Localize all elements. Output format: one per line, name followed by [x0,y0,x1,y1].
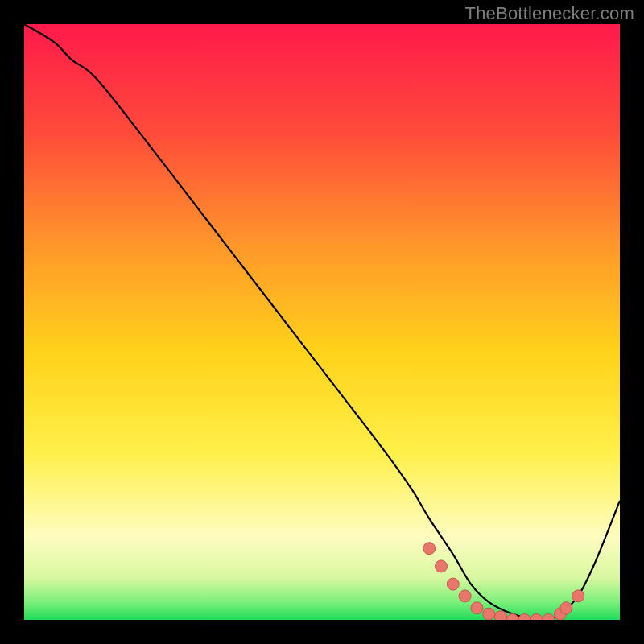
highlight-dot [471,602,483,614]
highlight-dot [560,602,572,614]
plot-area [24,24,620,620]
highlight-dot [572,590,584,602]
highlight-dot [483,608,495,620]
highlight-dot [459,590,471,602]
highlight-dot [447,578,459,590]
highlight-dot [423,543,436,555]
attribution-text: TheBottlenecker.com [465,3,634,24]
highlight-dot [436,560,448,572]
chart-canvas: TheBottlenecker.com [0,0,644,644]
chart-svg [0,0,644,644]
